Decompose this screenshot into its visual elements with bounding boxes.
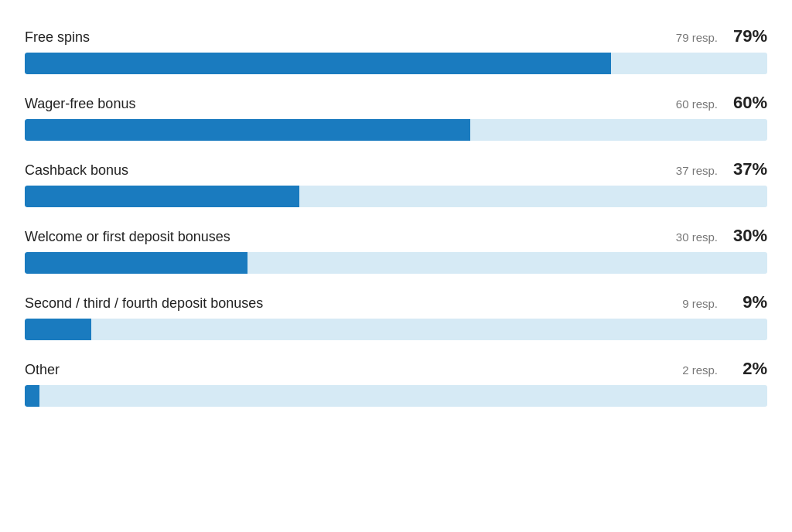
bar-track-other	[25, 385, 767, 407]
bar-track-welcome-deposit	[25, 252, 767, 274]
chart-item-free-spins: Free spins79 resp.79%	[25, 26, 767, 74]
chart-resp-free-spins: 79 resp.	[676, 31, 718, 44]
chart-item-header-other: Other2 resp.2%	[25, 359, 767, 379]
chart-pct-second-third-fourth: 9%	[727, 292, 767, 312]
bar-track-second-third-fourth	[25, 319, 767, 340]
bar-fill-other	[25, 385, 39, 407]
bar-fill-free-spins	[25, 53, 611, 74]
bar-fill-welcome-deposit	[25, 252, 248, 274]
bar-track-cashback-bonus	[25, 186, 767, 207]
chart-pct-welcome-deposit: 30%	[727, 226, 767, 246]
chart-label-free-spins: Free spins	[25, 29, 90, 46]
chart-resp-welcome-deposit: 30 resp.	[676, 230, 718, 244]
chart-stats-welcome-deposit: 30 resp.30%	[676, 226, 767, 246]
chart-item-cashback-bonus: Cashback bonus37 resp.37%	[25, 159, 767, 207]
bar-track-wager-free-bonus	[25, 119, 767, 141]
chart-stats-other: 2 resp.2%	[682, 359, 767, 379]
chart-resp-second-third-fourth: 9 resp.	[682, 297, 718, 310]
chart-item-second-third-fourth: Second / third / fourth deposit bonuses9…	[25, 292, 767, 340]
chart-item-header-welcome-deposit: Welcome or first deposit bonuses30 resp.…	[25, 226, 767, 246]
chart-pct-other: 2%	[727, 359, 767, 379]
bar-chart: Free spins79 resp.79%Wager-free bonus60 …	[25, 19, 767, 433]
chart-item-header-second-third-fourth: Second / third / fourth deposit bonuses9…	[25, 292, 767, 312]
chart-item-header-free-spins: Free spins79 resp.79%	[25, 26, 767, 46]
chart-pct-free-spins: 79%	[727, 26, 767, 46]
chart-label-wager-free-bonus: Wager-free bonus	[25, 96, 135, 112]
chart-stats-wager-free-bonus: 60 resp.60%	[676, 93, 767, 113]
chart-stats-second-third-fourth: 9 resp.9%	[682, 292, 767, 312]
chart-item-welcome-deposit: Welcome or first deposit bonuses30 resp.…	[25, 226, 767, 274]
chart-stats-free-spins: 79 resp.79%	[676, 26, 767, 46]
chart-resp-other: 2 resp.	[682, 363, 718, 377]
chart-stats-cashback-bonus: 37 resp.37%	[676, 159, 767, 179]
chart-resp-wager-free-bonus: 60 resp.	[676, 97, 718, 111]
chart-resp-cashback-bonus: 37 resp.	[676, 164, 718, 177]
chart-label-other: Other	[25, 362, 60, 378]
chart-pct-cashback-bonus: 37%	[727, 159, 767, 179]
chart-item-wager-free-bonus: Wager-free bonus60 resp.60%	[25, 93, 767, 141]
chart-item-other: Other2 resp.2%	[25, 359, 767, 407]
chart-item-header-wager-free-bonus: Wager-free bonus60 resp.60%	[25, 93, 767, 113]
bar-fill-second-third-fourth	[25, 319, 91, 340]
chart-pct-wager-free-bonus: 60%	[727, 93, 767, 113]
bar-track-free-spins	[25, 53, 767, 74]
chart-item-header-cashback-bonus: Cashback bonus37 resp.37%	[25, 159, 767, 179]
bar-fill-wager-free-bonus	[25, 119, 470, 141]
chart-label-cashback-bonus: Cashback bonus	[25, 162, 128, 179]
bar-fill-cashback-bonus	[25, 186, 299, 207]
chart-label-welcome-deposit: Welcome or first deposit bonuses	[25, 229, 230, 245]
chart-label-second-third-fourth: Second / third / fourth deposit bonuses	[25, 295, 263, 312]
